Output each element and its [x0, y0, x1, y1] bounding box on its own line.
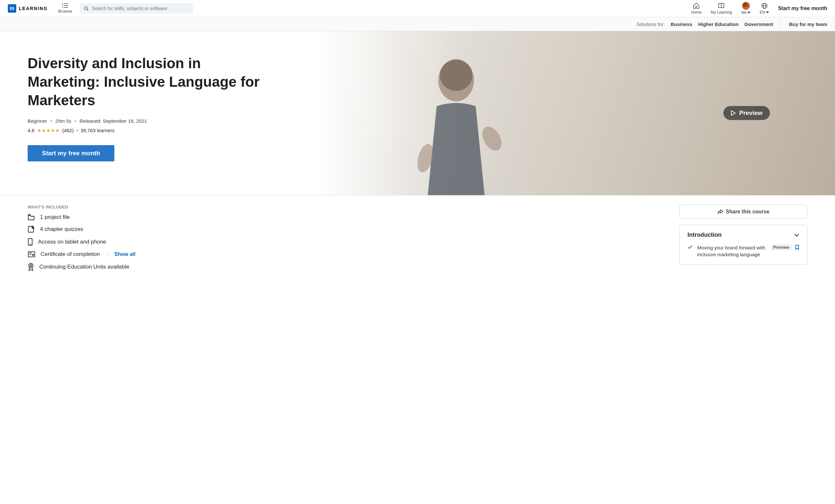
separator-dot: ·	[106, 251, 108, 257]
svg-point-23	[30, 265, 32, 267]
avatar-icon	[742, 2, 750, 10]
course-released: Released: September 16, 2021	[80, 118, 147, 124]
course-contents: Introduction Moving your brand forward w…	[679, 225, 808, 265]
nav-me-label: Me	[741, 10, 747, 15]
nav-right: Home My Learning Me EN Start my free mon…	[691, 2, 827, 15]
svg-point-22	[28, 264, 33, 268]
hero-content: Diversity and Inclusion in Marketing: In…	[0, 31, 266, 195]
check-icon	[688, 245, 693, 249]
nav-language[interactable]: EN	[760, 2, 769, 15]
svg-point-0	[62, 4, 63, 4]
browse-button[interactable]: Browse	[58, 3, 72, 14]
learner-count: 39,763 learners	[81, 128, 114, 133]
nav-my-learning-label: My Learning	[711, 10, 732, 15]
search-icon	[84, 6, 89, 11]
separator-dot: •	[75, 118, 76, 124]
nav-lang-label: EN	[760, 10, 765, 15]
content-area: WHAT'S INCLUDED 1 project file 4 chapter…	[0, 195, 835, 284]
subnav-business[interactable]: Business	[671, 21, 692, 27]
course-rating-row: 4.8 ★★★★★ (462) • 39,763 learners	[27, 128, 266, 133]
course-title: Diversity and Inclusion in Marketing: In…	[27, 54, 266, 110]
top-navigation: in LEARNING Browse Home My Learning Me	[0, 0, 835, 17]
search-input[interactable]	[92, 6, 189, 11]
toc-lesson-title: Moving your brand forward with inclusive…	[697, 244, 766, 258]
book-icon	[718, 2, 725, 9]
svg-point-12	[440, 60, 472, 91]
solutions-for-label: Solutions for:	[636, 21, 665, 27]
share-course-button[interactable]: Share this course	[679, 205, 808, 219]
included-project-file: 1 project file	[27, 214, 660, 220]
logo-learning-text: LEARNING	[19, 6, 48, 11]
bookmark-icon[interactable]	[795, 245, 799, 250]
svg-point-13	[478, 123, 505, 153]
share-label: Share this course	[726, 209, 769, 215]
list-icon	[62, 3, 68, 8]
svg-point-2	[62, 5, 63, 6]
search-bar[interactable]	[80, 3, 193, 14]
caret-down-icon	[766, 12, 769, 13]
divider	[781, 21, 781, 27]
course-meta: Beginner • 29m 5s • Released: September …	[27, 118, 266, 124]
included-text: 4 chapter quizzes	[40, 226, 83, 232]
mobile-icon	[27, 238, 33, 246]
included-access: Access on tablet and phone	[27, 238, 660, 246]
included-text: Continuing Education Units available	[39, 264, 129, 270]
preview-badge: Preview	[771, 244, 792, 250]
nav-me[interactable]: Me	[741, 2, 751, 15]
rating-count[interactable]: (462)	[62, 128, 74, 133]
award-icon	[27, 263, 34, 271]
logo[interactable]: in LEARNING	[8, 4, 48, 13]
home-icon	[693, 2, 700, 9]
show-all-link[interactable]: Show all	[114, 251, 136, 257]
chevron-down-icon	[794, 233, 799, 237]
play-icon	[731, 110, 736, 116]
certificate-icon	[27, 251, 36, 257]
svg-point-6	[84, 6, 87, 9]
included-ceu: Continuing Education Units available	[27, 263, 660, 271]
whats-included-label: WHAT'S INCLUDED	[27, 205, 660, 209]
svg-line-7	[87, 9, 89, 10]
browse-label: Browse	[58, 9, 72, 14]
preview-label: Preview	[739, 109, 762, 117]
nav-home[interactable]: Home	[691, 2, 701, 15]
included-certificate: Certificate of completion · Show all	[27, 251, 660, 257]
included-text: Access on tablet and phone	[38, 239, 106, 245]
linkedin-logo-icon: in	[8, 4, 16, 13]
star-icons: ★★★★★	[37, 128, 60, 133]
instructor-image	[401, 48, 511, 196]
course-duration: 29m 5s	[55, 118, 71, 124]
subnav-government[interactable]: Government	[745, 21, 773, 27]
toc-lesson-item[interactable]: Moving your brand forward with inclusive…	[688, 244, 799, 258]
included-text: Certificate of completion	[41, 251, 100, 257]
svg-point-4	[62, 7, 63, 8]
included-list: 1 project file 4 chapter quizzes Access …	[27, 214, 660, 271]
toc-section-header[interactable]: Introduction	[688, 232, 799, 238]
sidebar: Share this course Introduction Moving yo…	[679, 205, 808, 271]
hero-section: Diversity and Inclusion in Marketing: In…	[0, 31, 835, 195]
start-free-month-button[interactable]: Start my free month	[27, 145, 114, 162]
start-free-month-link[interactable]: Start my free month	[778, 5, 827, 12]
share-icon	[717, 209, 723, 214]
separator-dot: •	[50, 118, 52, 124]
quiz-icon	[27, 226, 35, 233]
whats-included-section: WHAT'S INCLUDED 1 project file 4 chapter…	[27, 205, 660, 271]
svg-point-21	[33, 254, 34, 256]
folder-icon	[27, 214, 35, 220]
subnav-higher-education[interactable]: Higher Education	[698, 21, 738, 27]
course-level: Beginner	[27, 118, 47, 124]
toc-badges: Preview	[771, 244, 799, 250]
caret-down-icon	[747, 12, 751, 14]
separator-dot: •	[76, 128, 78, 133]
nav-my-learning[interactable]: My Learning	[711, 2, 732, 15]
included-text: 1 project file	[40, 214, 70, 220]
toc-section-title: Introduction	[688, 232, 721, 238]
included-quizzes: 4 chapter quizzes	[27, 226, 660, 233]
subnav-buy-for-team[interactable]: Buy for my team	[789, 21, 827, 27]
globe-icon	[761, 2, 768, 9]
sub-navigation: Solutions for: Business Higher Education…	[0, 17, 835, 31]
rating-value: 4.8	[27, 128, 35, 133]
nav-home-label: Home	[691, 10, 701, 15]
preview-button[interactable]: Preview	[723, 106, 770, 120]
